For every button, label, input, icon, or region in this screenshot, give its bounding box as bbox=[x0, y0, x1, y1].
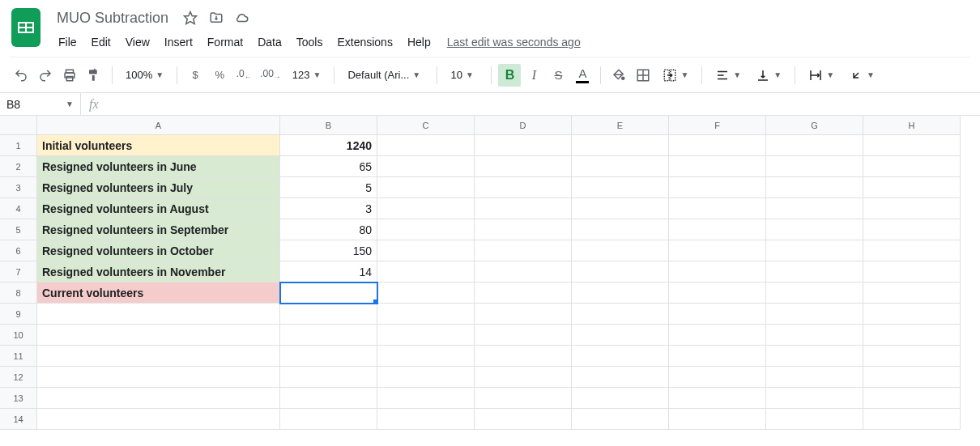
zoom-dropdown[interactable]: 100%▼ bbox=[119, 64, 170, 87]
cell[interactable] bbox=[669, 304, 766, 325]
cell[interactable] bbox=[766, 304, 863, 325]
cell[interactable] bbox=[377, 198, 475, 219]
cell[interactable] bbox=[37, 409, 280, 430]
row-header[interactable]: 9 bbox=[0, 304, 37, 325]
cell-b8-selected[interactable] bbox=[280, 282, 377, 304]
cell-a8[interactable]: Current volunteers bbox=[37, 282, 280, 304]
row-header[interactable]: 3 bbox=[0, 177, 37, 198]
cell[interactable] bbox=[377, 261, 475, 282]
cell-a1[interactable]: Initial volunteers bbox=[37, 135, 280, 156]
col-header-g[interactable]: G bbox=[766, 116, 863, 135]
name-box[interactable]: B8▼ bbox=[0, 93, 81, 115]
font-dropdown[interactable]: Default (Ari...▼ bbox=[341, 64, 430, 87]
bold-button[interactable]: B bbox=[498, 64, 521, 87]
cell[interactable] bbox=[572, 282, 669, 304]
cell[interactable] bbox=[377, 388, 475, 409]
move-folder-icon[interactable] bbox=[207, 9, 225, 27]
cell[interactable] bbox=[377, 177, 475, 198]
cell[interactable] bbox=[572, 346, 669, 367]
col-header-b[interactable]: B bbox=[280, 116, 377, 135]
cell[interactable] bbox=[766, 135, 863, 156]
cell[interactable] bbox=[377, 156, 475, 177]
row-header[interactable]: 13 bbox=[0, 388, 37, 409]
cell[interactable] bbox=[669, 177, 766, 198]
percent-button[interactable]: % bbox=[208, 64, 231, 87]
menu-extensions[interactable]: Extensions bbox=[330, 32, 398, 52]
menu-insert[interactable]: Insert bbox=[158, 32, 199, 52]
menu-data[interactable]: Data bbox=[251, 32, 288, 52]
print-button[interactable] bbox=[58, 64, 81, 87]
cell[interactable] bbox=[863, 135, 961, 156]
vertical-align-dropdown[interactable]: ▼ bbox=[749, 64, 788, 87]
menu-help[interactable]: Help bbox=[401, 32, 437, 52]
cell-a3[interactable]: Resigned volunteers in July bbox=[37, 177, 280, 198]
cell[interactable] bbox=[572, 135, 669, 156]
cell[interactable] bbox=[863, 156, 961, 177]
cell[interactable] bbox=[280, 367, 377, 388]
cell[interactable] bbox=[863, 240, 961, 261]
cell-a5[interactable]: Resigned volunteers in September bbox=[37, 219, 280, 240]
cell[interactable] bbox=[280, 388, 377, 409]
cell[interactable] bbox=[572, 177, 669, 198]
row-header[interactable]: 10 bbox=[0, 325, 37, 346]
cell[interactable] bbox=[37, 367, 280, 388]
cell[interactable] bbox=[669, 282, 766, 304]
menu-edit[interactable]: Edit bbox=[85, 32, 117, 52]
cell[interactable] bbox=[766, 282, 863, 304]
cell[interactable] bbox=[863, 388, 961, 409]
fill-color-button[interactable] bbox=[607, 64, 630, 87]
cell[interactable] bbox=[572, 219, 669, 240]
more-formats-dropdown[interactable]: 123▼ bbox=[286, 64, 328, 87]
cell-b5[interactable]: 80 bbox=[280, 219, 377, 240]
cell[interactable] bbox=[863, 409, 961, 430]
cell[interactable] bbox=[377, 409, 475, 430]
cell[interactable] bbox=[475, 135, 572, 156]
cell[interactable] bbox=[280, 409, 377, 430]
select-all-corner[interactable] bbox=[0, 116, 37, 135]
cell[interactable] bbox=[572, 240, 669, 261]
cell[interactable] bbox=[377, 135, 475, 156]
cell[interactable] bbox=[475, 198, 572, 219]
decrease-decimal-button[interactable]: .0← bbox=[232, 64, 255, 87]
formula-input[interactable] bbox=[107, 93, 980, 115]
cell[interactable] bbox=[475, 409, 572, 430]
row-header[interactable]: 12 bbox=[0, 367, 37, 388]
menu-tools[interactable]: Tools bbox=[290, 32, 330, 52]
cell-b6[interactable]: 150 bbox=[280, 240, 377, 261]
cell[interactable] bbox=[572, 198, 669, 219]
cell[interactable] bbox=[280, 325, 377, 346]
cell[interactable] bbox=[377, 282, 475, 304]
cell[interactable] bbox=[669, 388, 766, 409]
cell[interactable] bbox=[766, 156, 863, 177]
col-header-h[interactable]: H bbox=[863, 116, 961, 135]
col-header-a[interactable]: A bbox=[37, 116, 280, 135]
cell-b7[interactable]: 14 bbox=[280, 261, 377, 282]
row-header[interactable]: 11 bbox=[0, 346, 37, 367]
cell[interactable] bbox=[475, 282, 572, 304]
currency-button[interactable]: $ bbox=[184, 64, 207, 87]
cell[interactable] bbox=[475, 388, 572, 409]
cell[interactable] bbox=[863, 282, 961, 304]
font-size-dropdown[interactable]: 10▼ bbox=[444, 64, 484, 87]
paint-format-button[interactable] bbox=[83, 64, 105, 87]
cell[interactable] bbox=[475, 304, 572, 325]
cell[interactable] bbox=[475, 346, 572, 367]
cell[interactable] bbox=[475, 177, 572, 198]
last-edit-link[interactable]: Last edit was seconds ago bbox=[439, 32, 589, 52]
cell[interactable] bbox=[377, 325, 475, 346]
text-color-button[interactable]: A bbox=[571, 64, 594, 87]
cell-b4[interactable]: 3 bbox=[280, 198, 377, 219]
borders-button[interactable] bbox=[632, 64, 654, 87]
star-icon[interactable] bbox=[181, 9, 199, 27]
cell[interactable] bbox=[669, 367, 766, 388]
cell[interactable] bbox=[766, 388, 863, 409]
italic-button[interactable]: I bbox=[522, 64, 545, 87]
increase-decimal-button[interactable]: .00→ bbox=[257, 64, 284, 87]
cell[interactable] bbox=[377, 304, 475, 325]
menu-format[interactable]: Format bbox=[201, 32, 249, 52]
cell[interactable] bbox=[863, 325, 961, 346]
text-rotation-dropdown[interactable]: ▼ bbox=[842, 64, 881, 87]
cell[interactable] bbox=[37, 388, 280, 409]
row-header[interactable]: 5 bbox=[0, 219, 37, 240]
cell[interactable] bbox=[669, 198, 766, 219]
